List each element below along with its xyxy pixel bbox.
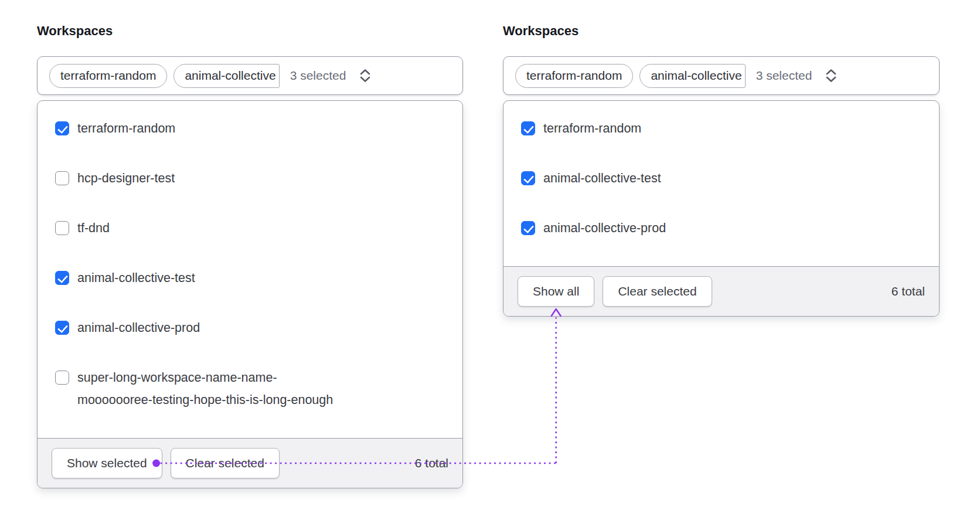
workspace-option[interactable]: terraform-random [521, 117, 921, 140]
show-all-button[interactable]: Show all [518, 276, 594, 307]
total-count-label: 6 total [415, 456, 448, 470]
workspace-option[interactable]: animal-collective-test [521, 167, 921, 189]
selected-tag[interactable]: terraform-random [49, 64, 167, 88]
checkbox[interactable] [521, 171, 535, 185]
workspace-option[interactable]: hcp-designer-test [55, 167, 445, 189]
checkbox[interactable] [55, 121, 69, 135]
multiselect-trigger[interactable]: terraform-random animal-collective 3 sel… [37, 56, 463, 95]
workspace-option-label: terraform-random [543, 117, 641, 140]
workspace-option[interactable]: animal-collective-prod [521, 217, 921, 239]
workspace-option-label: animal-collective-test [77, 267, 195, 289]
options-list: terraform-random hcp-designer-test tf-dn… [38, 101, 462, 438]
multiselect-trigger[interactable]: terraform-random animal-collective 3 sel… [503, 56, 940, 95]
dropdown-footer: Show selected Clear selected 6 total [38, 438, 462, 488]
checkbox[interactable] [55, 171, 69, 185]
workspace-option-label: super-long-workspace-name-name-moooooore… [77, 366, 342, 411]
options-list: terraform-random animal-collective-test … [503, 101, 939, 266]
total-count-label: 6 total [891, 284, 925, 298]
workspace-option-label: hcp-designer-test [77, 167, 175, 189]
workspace-option[interactable]: super-long-workspace-name-name-moooooore… [55, 366, 445, 411]
selected-count-label: 3 selected [290, 69, 346, 83]
field-label: Workspaces [503, 23, 940, 39]
workspace-option[interactable]: animal-collective-prod [55, 317, 445, 339]
checkbox[interactable] [55, 321, 69, 335]
chevron-up-down-icon [359, 68, 372, 83]
checkbox[interactable] [55, 271, 69, 285]
workspace-option[interactable]: terraform-random [55, 117, 445, 140]
selected-count-label: 3 selected [756, 69, 812, 83]
checkbox[interactable] [55, 371, 69, 385]
show-selected-button[interactable]: Show selected [52, 448, 162, 478]
selected-tag-truncated[interactable]: animal-collective [173, 64, 279, 88]
workspace-option-label: animal-collective-prod [77, 317, 200, 339]
checkbox[interactable] [521, 221, 535, 235]
selected-tag-truncated[interactable]: animal-collective [639, 64, 745, 88]
dropdown-panel: terraform-random hcp-designer-test tf-dn… [37, 100, 463, 488]
workspace-option-label: tf-dnd [77, 217, 110, 239]
clear-selected-button[interactable]: Clear selected [171, 448, 280, 478]
workspace-option-label: animal-collective-prod [543, 217, 666, 239]
workspaces-multiselect-right: Workspaces terraform-random animal-colle… [503, 23, 940, 317]
workspace-option-label: terraform-random [77, 117, 175, 140]
field-label: Workspaces [37, 23, 463, 39]
checkbox[interactable] [521, 121, 535, 135]
dropdown-panel: terraform-random animal-collective-test … [503, 100, 940, 317]
workspace-option[interactable]: tf-dnd [55, 217, 445, 239]
screenshot-canvas: Workspaces terraform-random animal-colle… [0, 0, 980, 523]
clear-selected-button[interactable]: Clear selected [603, 276, 712, 307]
workspace-option-label: animal-collective-test [543, 167, 661, 189]
workspace-option[interactable]: animal-collective-test [55, 267, 445, 289]
dropdown-footer: Show all Clear selected 6 total [503, 266, 939, 316]
chevron-up-down-icon [825, 68, 838, 83]
checkbox[interactable] [55, 221, 69, 235]
selected-tag[interactable]: terraform-random [515, 64, 633, 88]
workspaces-multiselect-left: Workspaces terraform-random animal-colle… [37, 23, 463, 488]
